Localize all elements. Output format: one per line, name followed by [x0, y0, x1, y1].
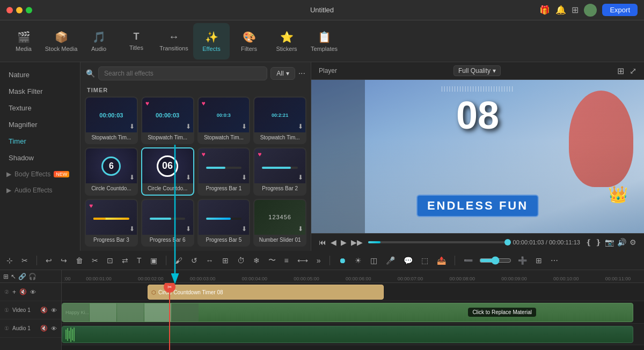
- headphone-icon[interactable]: 🎧: [28, 273, 36, 280]
- sidebar-item-timer[interactable]: Timer: [0, 133, 80, 150]
- toolbar-item-filters[interactable]: 🎨 Filters: [231, 23, 267, 59]
- curve-icon[interactable]: 〜: [266, 255, 278, 266]
- frame-forward-button[interactable]: ▶▶: [351, 238, 363, 247]
- track-icon-add[interactable]: +: [12, 288, 16, 296]
- grid-icon[interactable]: ⊞: [572, 5, 579, 15]
- zoom-slider[interactable]: [479, 256, 511, 265]
- download-icon-4[interactable]: ⬇: [298, 123, 303, 130]
- zoom-in-icon[interactable]: ➕: [516, 255, 529, 266]
- search-input[interactable]: [98, 66, 267, 80]
- snapshot-button[interactable]: 📷: [605, 238, 614, 247]
- download-icon[interactable]: ⬇: [129, 123, 135, 130]
- track-icon-eye-a1[interactable]: 👁: [51, 325, 57, 332]
- effect-item-stopwatch2[interactable]: ♥ 00:00:03 ⬇ Stopwatch Tim...: [141, 96, 194, 144]
- download-icon-c2[interactable]: ⬇: [186, 174, 191, 181]
- volume-button[interactable]: 🔊: [617, 238, 626, 247]
- minimize-button[interactable]: [16, 7, 23, 13]
- extend-icon[interactable]: ⟷: [295, 255, 310, 266]
- toolbar-item-effects[interactable]: ✨ Effects: [193, 23, 230, 59]
- toolbar-item-media[interactable]: 🎬 Media: [5, 23, 42, 59]
- rotate-icon[interactable]: ↺: [189, 255, 200, 266]
- frame-back-button[interactable]: ◀: [331, 238, 336, 247]
- toolbar-item-stock[interactable]: 📦 Stock Media: [43, 23, 79, 59]
- toolbar-item-transitions[interactable]: ↔ Transitions: [156, 23, 192, 59]
- export-button[interactable]: Export: [602, 4, 638, 16]
- more-tools-icon[interactable]: »: [314, 255, 323, 266]
- sidebar-item-shadow[interactable]: Shadow: [0, 150, 80, 166]
- sidebar-item-nature[interactable]: Nature: [0, 66, 80, 83]
- effect-item-stopwatch1[interactable]: 00:00:03 ⬇ Stopwatch Tim...: [85, 96, 138, 144]
- effect-item-pb3[interactable]: ♥ ⬇ Progress Bar 3: [85, 199, 138, 247]
- trim-icon[interactable]: ▣: [148, 255, 159, 266]
- undo-icon[interactable]: ↩: [43, 255, 54, 266]
- share-icon[interactable]: 📤: [435, 255, 448, 266]
- video-clip[interactable]: Happy Ki... Click to Replace Material: [62, 303, 633, 322]
- download-icon-ns1[interactable]: ⬇: [298, 225, 303, 233]
- bracket-close-button[interactable]: ❵: [595, 238, 602, 247]
- delete-icon[interactable]: 🗑: [74, 255, 85, 266]
- mic-icon[interactable]: 🎤: [384, 255, 397, 266]
- progress-track[interactable]: [368, 241, 508, 243]
- magnet-icon[interactable]: 🔗: [18, 273, 26, 280]
- replace-badge[interactable]: Click to Replace Material: [468, 308, 536, 317]
- track-icon-mute-a1[interactable]: 🔇: [40, 325, 48, 332]
- download-icon-pb6[interactable]: ⬇: [186, 225, 191, 233]
- brightness-icon[interactable]: ☀: [353, 255, 364, 266]
- effect-item-circle1[interactable]: 6 ⬇ Circle Countdo...: [85, 147, 138, 195]
- more-icon[interactable]: ⋯: [548, 255, 560, 266]
- track-icon-eye-v2[interactable]: 👁: [30, 289, 36, 295]
- caption-icon[interactable]: 💬: [401, 255, 415, 266]
- fullscreen-icon[interactable]: ⤢: [630, 66, 636, 76]
- toolbar-item-stickers[interactable]: ⭐ Stickers: [268, 23, 305, 59]
- effect-item-pb5[interactable]: ⬇ Progress Bar 5: [197, 199, 251, 247]
- play-button[interactable]: ▶: [341, 238, 347, 247]
- cut-tool-icon[interactable]: ✂: [19, 255, 30, 266]
- toolbar-item-titles[interactable]: T Titles: [118, 23, 155, 59]
- toolbar-item-audio[interactable]: 🎵 Audio: [80, 23, 117, 59]
- select-tool-icon[interactable]: ⊹: [4, 255, 15, 266]
- sidebar-section-audio-effects[interactable]: ▶ Audio Effects: [0, 182, 80, 198]
- effect-item-circle2[interactable]: 06 ⬇ Circle Countdo...: [141, 147, 194, 195]
- bracket-open-button[interactable]: ❴: [586, 238, 592, 247]
- resize-icon[interactable]: ⊞: [220, 255, 231, 266]
- maximize-button[interactable]: [26, 7, 32, 13]
- frame-icon[interactable]: ⬚: [419, 255, 430, 266]
- flip-icon[interactable]: ↔: [204, 255, 216, 266]
- skip-back-button[interactable]: ⏮: [319, 238, 326, 247]
- freeze-icon[interactable]: ❄: [251, 255, 262, 266]
- track-icon-mute-v1[interactable]: 🔇: [40, 307, 48, 314]
- close-button[interactable]: [6, 7, 13, 13]
- avatar[interactable]: [584, 4, 597, 17]
- download-icon-pb5[interactable]: ⬇: [241, 225, 247, 233]
- gift-icon[interactable]: 🎁: [539, 5, 550, 15]
- mask-icon[interactable]: ◫: [368, 255, 379, 266]
- download-icon-pb2[interactable]: ⬇: [298, 174, 303, 181]
- download-icon-3[interactable]: ⬇: [241, 123, 247, 130]
- cursor-icon[interactable]: ↖: [11, 273, 16, 280]
- redo-icon[interactable]: ↪: [58, 255, 69, 266]
- sidebar-item-magnifier[interactable]: Magnifier: [0, 116, 80, 133]
- timer-icon[interactable]: ⏱: [235, 255, 247, 266]
- crop-icon[interactable]: ⊡: [105, 255, 115, 266]
- sidebar-item-texture[interactable]: Texture: [0, 100, 80, 116]
- download-icon-2[interactable]: ⬇: [186, 123, 191, 130]
- zoom-out-icon[interactable]: ➖: [462, 255, 475, 266]
- effect-item-pb1[interactable]: ♥ ⬇ Progress Bar 1: [197, 147, 251, 195]
- text-icon[interactable]: T: [135, 255, 144, 266]
- adjust-icon[interactable]: ≡: [282, 255, 291, 266]
- download-icon-c1[interactable]: ⬇: [129, 174, 135, 181]
- add-track-icon[interactable]: ⊞: [3, 273, 9, 280]
- effect-item-stopwatch4[interactable]: 00:2:21 ⬇ Stopwatch Tim...: [253, 96, 306, 144]
- transform-icon[interactable]: ⇄: [120, 255, 130, 266]
- record-icon[interactable]: ⏺: [336, 255, 348, 266]
- effect-item-stopwatch3[interactable]: ♥ 00:0:3 ⬇ Stopwatch Tim...: [197, 96, 251, 144]
- filter-all-button[interactable]: All ▾: [270, 67, 295, 80]
- layout-icon[interactable]: ⊞: [533, 255, 544, 266]
- sidebar-section-body-effects[interactable]: ▶ Body Effects NEW: [0, 166, 80, 182]
- settings-button[interactable]: ⚙: [630, 238, 636, 247]
- bell-icon[interactable]: 🔔: [555, 5, 566, 15]
- paint-icon[interactable]: 🖌: [173, 255, 185, 266]
- download-icon-pb3[interactable]: ⬇: [129, 225, 135, 233]
- more-options-button[interactable]: ···: [298, 69, 305, 78]
- grid-view-icon[interactable]: ⊞: [617, 66, 624, 76]
